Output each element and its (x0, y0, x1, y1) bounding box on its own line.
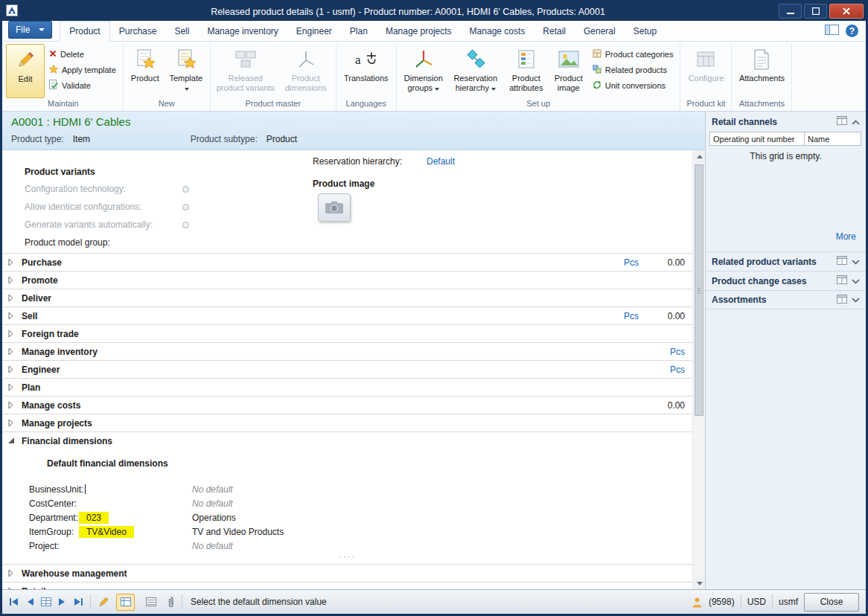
scroll-up-arrow[interactable] (694, 150, 705, 162)
tab-general[interactable]: General (575, 22, 625, 41)
tab-engineer[interactable]: Engineer (287, 22, 341, 41)
fasttab-sell[interactable]: Sell Pcs0.00 (2, 307, 692, 324)
fasttab-foreign-trade[interactable]: Foreign trade (2, 324, 692, 342)
unit-link[interactable]: Pcs (624, 257, 639, 268)
department-input[interactable]: 023 (79, 512, 109, 524)
unit-link[interactable]: Pcs (670, 347, 685, 357)
related-product-variants-panel-header[interactable]: Related product variants (706, 251, 866, 271)
chevron-down-icon[interactable] (852, 276, 860, 286)
tab-manage-inventory[interactable]: Manage inventory (198, 22, 287, 41)
currency-field[interactable]: USD (747, 597, 766, 607)
dimension-groups-axes-icon (413, 47, 434, 72)
product-change-cases-panel-header[interactable]: Product change cases (706, 271, 866, 290)
product-image-placeholder[interactable] (318, 193, 351, 222)
fasttab-manage-inventory[interactable]: Manage inventory Pcs (2, 342, 692, 360)
tab-setup[interactable]: Setup (625, 22, 666, 41)
reservation-hierarchy-button[interactable]: Reservation hierarchy (448, 44, 503, 98)
user-sessions-icon[interactable] (692, 597, 703, 608)
section-resize-handle[interactable]: ···· (339, 552, 356, 561)
main-scrollbar[interactable] (692, 150, 705, 589)
open-grid-icon[interactable] (837, 116, 847, 127)
product-attributes-button[interactable]: Product attributes (503, 44, 549, 98)
open-grid-icon[interactable] (837, 295, 847, 306)
scrollbar-thumb[interactable] (695, 164, 703, 416)
dimension-groups-button[interactable]: Dimension groups (399, 44, 448, 98)
scroll-down-arrow[interactable] (694, 577, 705, 589)
validate-button[interactable]: Validate (46, 77, 119, 93)
close-window-button[interactable] (829, 4, 864, 19)
help-icon[interactable]: ? (846, 25, 858, 37)
last-record-icon[interactable] (73, 597, 83, 606)
chevron-up-icon[interactable] (852, 117, 860, 127)
fasttab-financial-dimensions[interactable]: Financial dimensions (2, 431, 692, 449)
group-label-maintain: Maintain (6, 98, 121, 111)
tab-plan[interactable]: Plan (341, 22, 377, 41)
product-image-photo-icon (558, 47, 580, 72)
edit-record-pencil-icon[interactable] (98, 596, 109, 608)
list-view-toggle[interactable] (141, 594, 160, 611)
apply-template-button[interactable]: Apply template (46, 62, 119, 77)
fasttab-deliver[interactable]: Deliver (2, 289, 692, 307)
fasttab-plan[interactable]: Plan (2, 378, 692, 396)
chevron-down-icon[interactable] (852, 295, 860, 305)
product-categories-button[interactable]: Product categories (590, 46, 677, 62)
tab-sell[interactable]: Sell (165, 22, 198, 41)
column-name[interactable]: Name (805, 132, 861, 146)
edit-button[interactable]: Edit (6, 44, 45, 98)
maximize-button[interactable] (804, 4, 827, 19)
chevron-right-icon (8, 347, 16, 356)
next-record-icon[interactable] (58, 597, 66, 606)
ribbon-group-attachments: Attachments Attachments (732, 43, 792, 111)
assortments-panel-header[interactable]: Assortments (706, 290, 866, 309)
businessunit-input[interactable] (79, 484, 192, 494)
product-image-button[interactable]: Product image (549, 44, 588, 98)
minimize-button[interactable] (779, 4, 802, 19)
tab-manage-projects[interactable]: Manage projects (377, 22, 461, 41)
tab-purchase[interactable]: Purchase (110, 22, 166, 41)
retail-channels-panel-header[interactable]: Retail channels (706, 112, 866, 132)
fasttab-promote[interactable]: Promote (2, 271, 692, 289)
close-button[interactable]: Close (804, 593, 859, 612)
reservation-hierarchy-value-link[interactable]: Default (427, 156, 455, 167)
tab-product[interactable]: Product (60, 21, 109, 42)
fasttab-manage-costs[interactable]: Manage costs 0.00 (2, 396, 692, 414)
open-grid-icon[interactable] (837, 275, 847, 286)
translations-button[interactable]: a Translations (339, 44, 394, 98)
column-operating-unit-number[interactable]: Operating unit number (709, 132, 805, 146)
related-products-button[interactable]: Related products (590, 62, 677, 77)
open-grid-icon[interactable] (837, 256, 847, 267)
chevron-right-icon (8, 419, 16, 427)
new-template-button[interactable]: Template (165, 44, 208, 98)
chevron-down-icon[interactable] (852, 257, 860, 267)
layout-panes-icon[interactable] (825, 25, 839, 37)
dropdown-arrow-icon (435, 88, 439, 91)
previous-record-icon[interactable] (26, 597, 34, 606)
unit-link[interactable]: Pcs (624, 311, 639, 321)
itemgroup-input[interactable]: TV&Video (79, 526, 134, 538)
company-field[interactable]: usmf (779, 597, 798, 607)
delete-button[interactable]: Delete (46, 46, 119, 62)
more-link[interactable]: More (836, 231, 856, 242)
scrollbar-grip (698, 288, 701, 293)
first-record-icon[interactable] (9, 597, 19, 606)
fasttab-engineer[interactable]: Engineer Pcs (2, 360, 692, 378)
fasttab-manage-projects[interactable]: Manage projects (2, 414, 692, 431)
app-window: Released product details (1 - usmf) - Pr… (0, 0, 868, 616)
form-view-toggle[interactable] (116, 594, 135, 611)
file-menu-button[interactable]: File (8, 21, 52, 39)
attachments-paperclip-icon[interactable] (167, 596, 175, 609)
product-image-title: Product image (313, 179, 374, 189)
attachments-button[interactable]: Attachments (734, 44, 789, 98)
unit-link[interactable]: Pcs (670, 365, 685, 375)
new-product-button[interactable]: Product (126, 44, 165, 98)
unit-conversions-button[interactable]: Unit conversions (590, 77, 677, 93)
fasttab-purchase[interactable]: Purchase Pcs0.00 (2, 253, 692, 271)
tab-manage-costs[interactable]: Manage costs (461, 22, 534, 41)
department-description: Operations (192, 513, 236, 523)
tab-retail[interactable]: Retail (534, 22, 575, 41)
grid-view-icon[interactable] (41, 597, 51, 606)
fasttab-warehouse-management[interactable]: Warehouse management (2, 564, 692, 582)
window-title: Released product details (1 - usmf) - Pr… (47, 7, 769, 17)
product-dimensions-button: Product dimensions (278, 44, 334, 98)
fasttab-retail[interactable]: Retail (2, 582, 692, 589)
